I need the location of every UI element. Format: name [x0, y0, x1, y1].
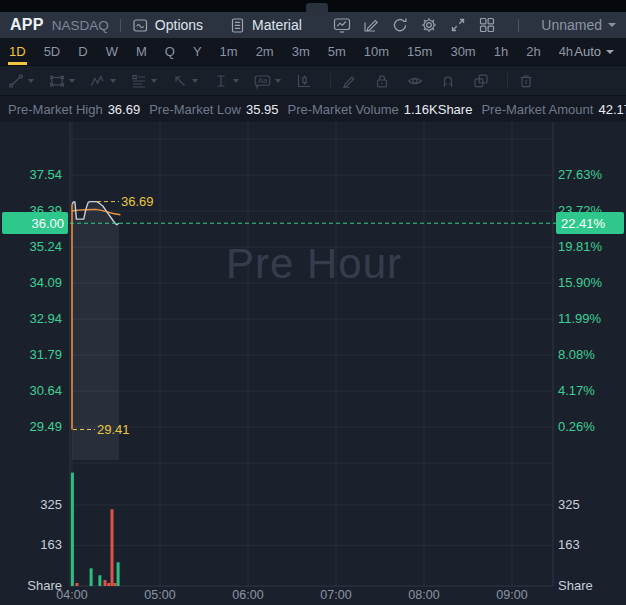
high-annotation: 36.69 [121, 194, 154, 209]
refresh-icon [391, 16, 409, 34]
text-tool[interactable]: Aa [253, 72, 281, 90]
current-price-value: 36.00 [31, 216, 64, 231]
trend-line-tool[interactable] [7, 72, 34, 90]
timeframe-tabs: 1D5DDWMQY1m2m3m5m10m15m30m1h2h4h [8, 38, 574, 65]
drawing-toolbar: Aa [0, 66, 626, 96]
wave-pattern-tool[interactable] [89, 72, 116, 90]
fib-lines-tool[interactable] [130, 72, 157, 90]
arrow-tool[interactable] [171, 72, 198, 90]
chevron-down-icon [110, 79, 116, 83]
titlebar-actions: Unnamed [333, 16, 616, 34]
fullscreen-button[interactable] [449, 16, 467, 34]
material-button[interactable]: Material [229, 17, 302, 34]
edit-annotation-button[interactable] [362, 16, 380, 34]
percent-axis-tick: 11.99% [558, 311, 601, 327]
magnet-mode-button[interactable] [439, 72, 457, 90]
session-watermark: Pre Hour [136, 240, 492, 288]
price-label-tool[interactable] [212, 72, 239, 90]
lock-drawings-button[interactable] [373, 72, 391, 90]
timeframe-tab-1d[interactable]: 1D [8, 38, 27, 65]
shape-tool[interactable] [48, 72, 75, 90]
price-volume-plot[interactable] [0, 122, 626, 605]
percent-axis-tick: 8.08% [558, 347, 595, 363]
chevron-down-icon [192, 79, 198, 83]
price-axis-tick: 30.64 [0, 383, 62, 399]
expand-arrows-icon [449, 16, 467, 34]
timeframe-bar: 1D5DDWMQY1m2m3m5m10m15m30m1h2h4h Auto [0, 38, 626, 66]
timeframe-tab-1h[interactable]: 1h [493, 38, 509, 65]
show-hide-drawings-button[interactable] [406, 72, 424, 90]
time-axis-tick: 05:00 [138, 588, 182, 602]
stat-value: 1.16KShare [404, 102, 473, 117]
chevron-down-icon [275, 79, 281, 83]
titlebar-divider [518, 19, 519, 32]
timeframe-tab-1m[interactable]: 1m [219, 38, 239, 65]
time-axis-tick: 04:00 [50, 588, 94, 602]
stat-value: 42.17K [598, 102, 626, 117]
text-tool-icon: Aa [253, 72, 272, 90]
timeframe-tab-m[interactable]: M [135, 38, 148, 65]
position-order-tool[interactable] [295, 72, 313, 90]
window-tab-remnant [306, 3, 328, 12]
trash-icon [517, 72, 535, 90]
low-annotation: 29.41 [97, 422, 130, 437]
chevron-down-icon [151, 79, 157, 83]
price-axis-tick: 37.54 [0, 167, 62, 183]
exchange-label: NASDAQ [52, 18, 109, 33]
chart-style-button[interactable] [333, 16, 351, 34]
lock-icon [373, 72, 391, 90]
toolbar-divider [507, 73, 508, 88]
time-axis-tick: 06:00 [226, 588, 270, 602]
chart-titlebar: APP NASDAQ Options Material [0, 12, 626, 38]
chart-area[interactable]: Pre Hour 36.00 22.41% 36.69 29.41 37.543… [0, 122, 626, 605]
volume-axis-tick: 325 [0, 497, 62, 513]
volume-bar [76, 583, 79, 586]
settings-button[interactable] [420, 16, 438, 34]
timeframe-tab-5m[interactable]: 5m [327, 38, 347, 65]
trading-app-window: APP NASDAQ Options Material [0, 0, 626, 605]
grid-layout-icon [478, 16, 496, 34]
arrow-icon [171, 72, 189, 90]
price-axis-tick: 35.24 [0, 239, 62, 255]
toolbar-divider [330, 73, 331, 88]
timeframe-tab-2h[interactable]: 2h [525, 38, 541, 65]
price-axis-tick: 34.09 [0, 275, 62, 291]
options-button[interactable]: Options [132, 17, 203, 34]
timeframe-tab-3m[interactable]: 3m [291, 38, 311, 65]
options-button-label: Options [155, 17, 203, 33]
timeframe-tab-4h[interactable]: 4h [558, 38, 574, 65]
timeframe-tab-q[interactable]: Q [164, 38, 176, 65]
svg-text:Aa: Aa [258, 76, 268, 85]
price-axis-tick: 32.94 [0, 311, 62, 327]
timeframe-tab-2m[interactable]: 2m [255, 38, 275, 65]
auto-frequency-dropdown[interactable]: Auto [574, 44, 614, 59]
volume-axis-tick: 325 [558, 497, 580, 513]
layout-name-dropdown[interactable]: Unnamed [541, 17, 616, 33]
stat-label: Pre-Market Volume [287, 102, 398, 117]
wave-pattern-icon [89, 72, 107, 90]
volume-axis-tick: 163 [0, 537, 62, 553]
rectangle-icon [48, 72, 66, 90]
volume-bar [114, 583, 117, 586]
i-beam-icon [212, 72, 230, 90]
volume-bar [107, 583, 110, 586]
fib-lines-icon [130, 72, 148, 90]
time-axis-tick: 08:00 [402, 588, 446, 602]
chart-monitor-icon [333, 16, 351, 34]
material-icon [229, 17, 246, 34]
timeframe-tab-15m[interactable]: 15m [406, 38, 433, 65]
timeframe-tab-w[interactable]: W [105, 38, 119, 65]
brush-tool[interactable] [340, 72, 358, 90]
timeframe-tab-10m[interactable]: 10m [363, 38, 390, 65]
delete-drawings-button[interactable] [517, 72, 535, 90]
titlebar-divider [120, 19, 121, 32]
timeframe-tab-5d[interactable]: 5D [43, 38, 62, 65]
timeframe-tab-y[interactable]: Y [192, 38, 203, 65]
overlap-order-button[interactable] [472, 72, 490, 90]
layout-grid-button[interactable] [478, 16, 496, 34]
stat-label: Pre-Market Amount [481, 102, 593, 117]
refresh-button[interactable] [391, 16, 409, 34]
window-top-strip [0, 0, 626, 12]
timeframe-tab-30m[interactable]: 30m [449, 38, 476, 65]
timeframe-tab-d[interactable]: D [77, 38, 88, 65]
